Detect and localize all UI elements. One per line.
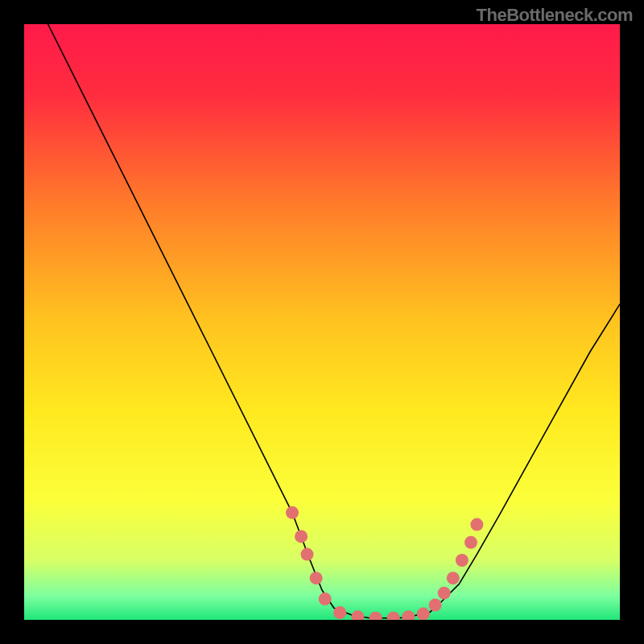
- marker-dot: [456, 554, 469, 567]
- marker-dot: [470, 518, 483, 531]
- marker-dot: [429, 599, 442, 612]
- marker-dot: [295, 530, 308, 543]
- marker-dot: [310, 572, 323, 584]
- marker-dot: [417, 608, 430, 620]
- bottleneck-curve-chart: [24, 24, 620, 620]
- watermark-text: TheBottleneck.com: [477, 5, 633, 26]
- marker-dot: [301, 548, 314, 561]
- marker-dot: [333, 606, 346, 619]
- marker-dot: [447, 572, 460, 584]
- marker-dot: [319, 592, 332, 605]
- chart-container: [24, 24, 620, 620]
- gradient-background: [24, 24, 620, 620]
- marker-dot: [438, 587, 451, 600]
- marker-dot: [464, 536, 477, 549]
- marker-dot: [286, 506, 299, 519]
